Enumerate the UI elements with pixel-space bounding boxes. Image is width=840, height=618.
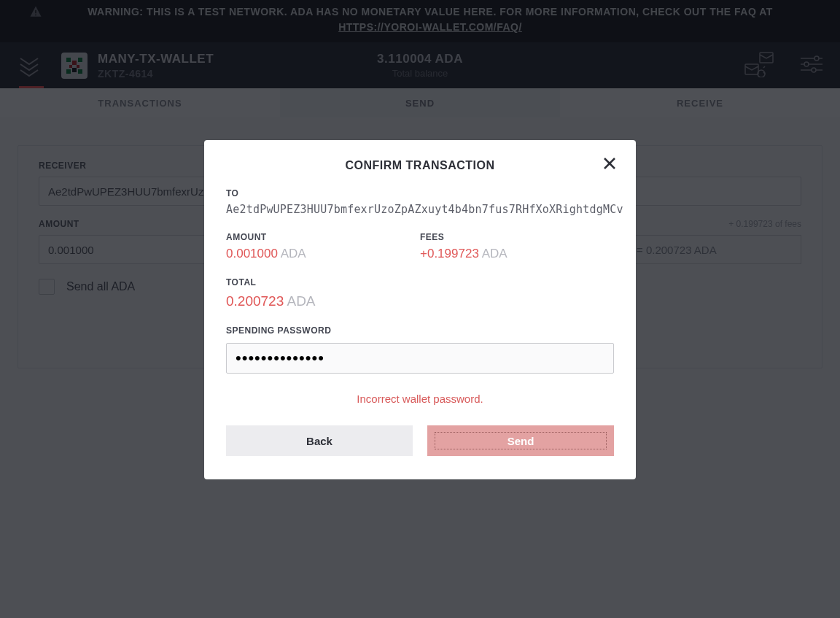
modal-fees-value: +0.199723 ADA xyxy=(420,247,614,261)
spending-password-label: SPENDING PASSWORD xyxy=(226,325,614,336)
to-address: Ae2tdPwUPEZ3HUU7bmfexrUzoZpAZxuyt4b4bn7f… xyxy=(226,203,614,216)
to-label: TO xyxy=(226,188,614,198)
back-button[interactable]: Back xyxy=(226,425,413,456)
modal-title: CONFIRM TRANSACTION xyxy=(226,159,614,172)
modal-total-value: 0.200723 ADA xyxy=(226,293,614,309)
modal-overlay: CONFIRM TRANSACTION TO Ae2tdPwUPEZ3HUU7b… xyxy=(0,0,840,618)
error-message: Incorrect wallet password. xyxy=(226,393,614,405)
modal-amount-label: AMOUNT xyxy=(226,232,420,242)
modal-total-label: TOTAL xyxy=(226,277,614,287)
spending-password-input[interactable] xyxy=(226,343,614,374)
modal-fees-label: FEES xyxy=(420,232,614,242)
confirm-transaction-modal: CONFIRM TRANSACTION TO Ae2tdPwUPEZ3HUU7b… xyxy=(204,140,636,479)
modal-amount-value: 0.001000 ADA xyxy=(226,247,420,261)
close-icon[interactable] xyxy=(601,155,618,172)
send-button[interactable]: Send xyxy=(427,425,614,456)
